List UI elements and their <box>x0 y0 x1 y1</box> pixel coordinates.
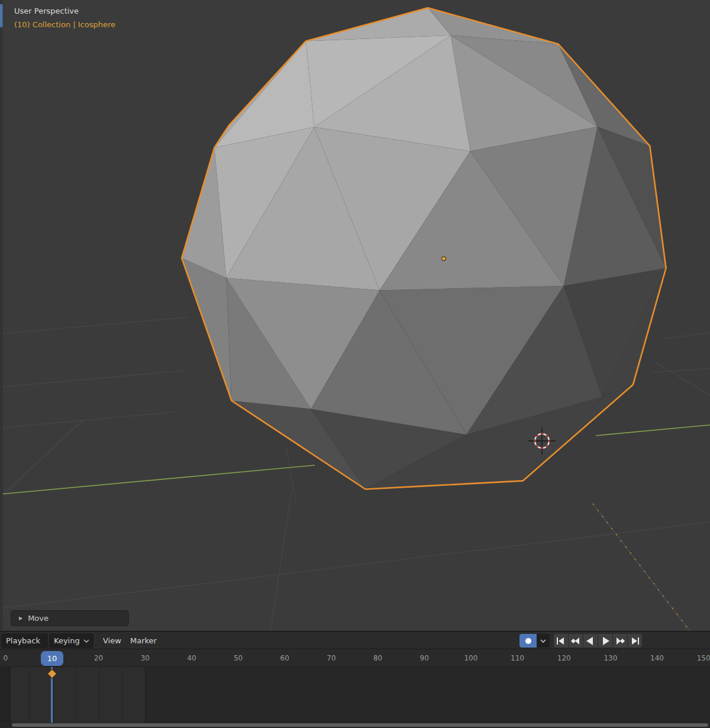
frame-gridline <box>238 667 239 723</box>
jump-to-prev-keyframe-icon <box>570 635 582 647</box>
transport-jump-to-start[interactable] <box>554 634 568 648</box>
menu-view[interactable]: View <box>98 633 121 648</box>
chevron-down-icon <box>83 639 89 643</box>
chevron-down-icon <box>540 639 546 643</box>
3d-viewport[interactable]: User Perspective (10) Collection | Icosp… <box>0 0 710 631</box>
frame-gridline <box>657 667 658 723</box>
timeline-channels[interactable] <box>0 667 710 723</box>
play-reverse-icon <box>585 635 596 647</box>
frame-gridline <box>424 667 425 723</box>
blender-window: { "viewport": { "bg": "#3b3b3b", "header… <box>0 0 710 728</box>
current-frame-indicator[interactable]: 10 <box>41 651 63 666</box>
scrollbar-handle[interactable] <box>12 723 708 727</box>
menu-label: Keying <box>54 636 80 645</box>
frame-gridline <box>122 667 122 723</box>
menu-label: Playback <box>6 636 40 645</box>
menu-playback[interactable]: Playback <box>1 633 48 648</box>
frame-gridline <box>75 667 76 723</box>
timeline-scrollbar <box>0 723 710 728</box>
ruler-label-110: 110 <box>511 654 524 662</box>
frame-gridline <box>564 667 564 723</box>
ruler-label-40: 40 <box>187 654 196 662</box>
ruler-label-130: 130 <box>604 654 617 662</box>
menu-keying[interactable]: Keying <box>49 633 93 648</box>
timeline-header: PlaybackKeyingViewMarker <box>0 631 710 649</box>
auto-keying-toggle[interactable] <box>519 634 537 648</box>
object-origin-dot <box>442 257 446 261</box>
jump-to-start-icon <box>555 635 567 647</box>
menu-label: Marker <box>130 636 157 645</box>
transport-jump-to-next-keyframe[interactable] <box>613 634 627 648</box>
auto-keying-group <box>519 634 550 648</box>
jump-to-next-keyframe-icon <box>614 635 626 647</box>
ruler-label-80: 80 <box>373 654 382 662</box>
transport-play-reverse[interactable] <box>583 634 598 648</box>
expand-arrow-icon: ▶ <box>19 616 22 621</box>
ruler-label-140: 140 <box>650 654 664 662</box>
frame-gridline <box>331 667 332 723</box>
play-icon <box>599 635 611 647</box>
keying-dropdown-button[interactable] <box>537 634 550 648</box>
frame-gridline <box>703 667 704 723</box>
operator-panel-label: Move <box>28 614 49 623</box>
transport-play[interactable] <box>598 634 612 648</box>
operator-panel-move[interactable]: ▶ Move <box>11 610 129 626</box>
ruler-label-150: 150 <box>697 654 710 662</box>
ruler-label-50: 50 <box>234 654 243 662</box>
ruler-label-100: 100 <box>464 654 477 662</box>
transport-jump-to-end[interactable] <box>628 634 642 648</box>
ruler-label-0: 0 <box>3 654 8 662</box>
frame-gridline <box>518 667 518 723</box>
ruler-label-120: 120 <box>557 654 571 662</box>
ruler-label-30: 30 <box>141 654 150 662</box>
frame-gridline <box>611 667 611 723</box>
frame-gridline <box>285 667 285 723</box>
frame-gridline <box>471 667 472 723</box>
viewport-canvas[interactable]: User Perspective (10) Collection | Icosp… <box>0 0 710 631</box>
menu-marker[interactable]: Marker <box>125 633 157 648</box>
jump-to-end-icon <box>629 635 641 647</box>
ruler-label-90: 90 <box>420 654 429 662</box>
frame-gridline <box>29 667 30 723</box>
timeline-editor: PlaybackKeyingViewMarker 010203040506070… <box>0 631 710 728</box>
ruler-label-70: 70 <box>327 654 335 662</box>
transport-jump-to-prev-keyframe[interactable] <box>569 634 583 648</box>
frame-range-border <box>10 667 11 723</box>
frame-gridline <box>192 667 192 723</box>
view-name-label: User Perspective <box>14 7 79 15</box>
frame-gridline <box>378 667 379 723</box>
toolbar-strip <box>0 0 3 631</box>
pre-range-band <box>0 667 10 723</box>
frame-ruler[interactable]: 010203040506070809010011012013014015010 <box>0 650 710 667</box>
frame-range-band <box>10 667 145 723</box>
record-dot-icon <box>525 638 531 644</box>
menu-label: View <box>103 636 121 645</box>
transport-controls <box>554 634 642 648</box>
frame-gridline <box>99 667 99 723</box>
frame-range-border <box>145 667 146 723</box>
ruler-label-20: 20 <box>94 654 103 662</box>
ruler-label-60: 60 <box>280 654 289 662</box>
active-object-breadcrumb: (10) Collection | Icosphere <box>14 20 115 29</box>
